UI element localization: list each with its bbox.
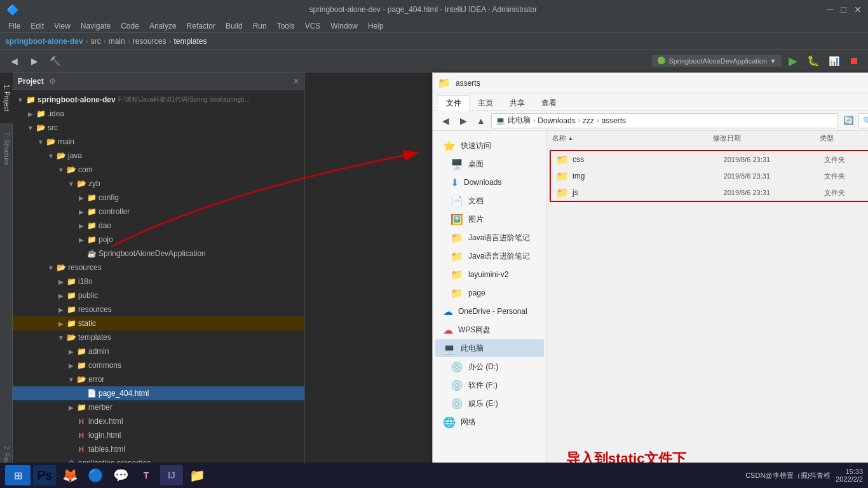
address-path[interactable]: 💻 此电脑 › Downloads › zzz › asserts — [491, 113, 838, 128]
menu-analyze[interactable]: Analyze — [144, 19, 182, 33]
breadcrumb-src[interactable]: src — [91, 37, 101, 46]
nav-onedrive[interactable]: ☁ OneDrive - Personal — [435, 302, 544, 320]
file-row-css[interactable]: 📁 css 2019/8/6 23:31 文件夹 — [551, 151, 868, 168]
nav-downloads[interactable]: ⬇ Downloads — [435, 173, 544, 191]
tree-src[interactable]: ▼ 📂 src — [13, 121, 304, 135]
col-header-type[interactable]: 类型 — [820, 133, 868, 143]
stop-btn[interactable]: ⏹ — [845, 52, 863, 70]
tree-java[interactable]: ▼ 📂 java — [13, 149, 304, 163]
breadcrumb-templates[interactable]: templates — [173, 37, 207, 46]
addr-up-btn[interactable]: ▲ — [473, 113, 489, 128]
file-row-js[interactable]: 📁 js 2019/8/6 23:31 文件夹 — [551, 184, 868, 201]
toolbar-build-btn[interactable]: 🔨 — [46, 52, 64, 70]
addr-forward-btn[interactable]: ▶ — [456, 113, 471, 128]
menu-view[interactable]: View — [49, 19, 76, 33]
nav-drive-e[interactable]: 💿 娱乐 (E:) — [435, 395, 544, 412]
menu-vcs[interactable]: VCS — [300, 19, 326, 33]
sidebar-tab-structure[interactable]: 7: Structure — [0, 123, 13, 174]
nav-network[interactable]: 🌐 网络 — [435, 413, 544, 431]
coverage-btn[interactable]: 📊 — [825, 52, 843, 70]
tree-i18n[interactable]: ▶ 📁 i18n — [13, 274, 304, 288]
breadcrumb-project[interactable]: springboot-alone-dev — [5, 37, 83, 46]
tree-index-html[interactable]: ▶ H index.html — [13, 414, 304, 428]
nav-this-pc[interactable]: 💻 此电脑 — [435, 339, 544, 357]
sidebar-tab-project[interactable]: 1: Project — [0, 72, 13, 123]
nav-desktop[interactable]: 🖥️ 桌面 — [435, 155, 544, 173]
tree-zyb[interactable]: ▼ 📂 zyb — [13, 177, 304, 191]
nav-wps[interactable]: ☁ WPS网盘 — [435, 321, 544, 339]
menu-navigate[interactable]: Navigate — [76, 19, 116, 33]
nav-page[interactable]: 📁 page — [435, 284, 544, 302]
menu-help[interactable]: Help — [363, 19, 389, 33]
nav-java-notes1[interactable]: 📁 Java语言进阶笔记 — [435, 229, 544, 247]
tree-public[interactable]: ▶ 📁 public — [13, 288, 304, 302]
tree-com[interactable]: ▼ 📂 com — [13, 163, 304, 177]
close-button[interactable]: ✕ — [854, 4, 862, 15]
tree-idea[interactable]: ▶ 📁 .idea — [13, 107, 304, 121]
file-row-img[interactable]: 📁 img 2019/8/6 23:31 文件夹 — [551, 168, 868, 184]
taskbar-app-wechat[interactable]: 💬 — [109, 465, 132, 485]
menu-code[interactable]: Code — [116, 19, 144, 33]
nav-documents[interactable]: 📄 文档 — [435, 192, 544, 210]
col-header-name[interactable]: 名称 ▲ — [552, 133, 713, 143]
nav-drive-f[interactable]: 💿 软件 (F:) — [435, 376, 544, 394]
toolbar-back-btn[interactable]: ◀ — [5, 52, 23, 70]
breadcrumb-resources[interactable]: resources — [133, 37, 166, 46]
start-button[interactable]: ⊞ — [5, 465, 31, 485]
tree-commons[interactable]: ▶ 📁 commons — [13, 358, 304, 372]
menu-tools[interactable]: Tools — [272, 19, 300, 33]
menu-build[interactable]: Build — [220, 19, 248, 33]
tree-config[interactable]: ▶ 📁 config — [13, 191, 304, 205]
taskbar-app-firefox[interactable]: 🦊 — [58, 465, 81, 485]
tree-controller[interactable]: ▶ 📁 controller — [13, 205, 304, 219]
run-config-selector[interactable]: 🟢 SpringbootAloneDevApplication ▼ — [652, 55, 782, 67]
menu-edit[interactable]: Edit — [25, 19, 49, 33]
nav-pictures[interactable]: 🖼️ 图片 — [435, 210, 544, 228]
tree-tables-html[interactable]: ▶ H tables.html — [13, 442, 304, 456]
taskbar-app-chrome[interactable]: 🔵 — [84, 465, 107, 485]
search-box[interactable]: 🔍 — [858, 113, 868, 128]
tree-app-class[interactable]: ▶ ☕ SpringbootAloneDevApplication — [13, 247, 304, 261]
menu-file[interactable]: File — [3, 19, 25, 33]
nav-java-notes2[interactable]: 📁 Java语言进阶笔记 — [435, 247, 544, 265]
minimize-button[interactable]: ─ — [827, 4, 834, 15]
tree-merber[interactable]: ▶ 📁 merber — [13, 400, 304, 414]
tree-templates[interactable]: ▼ 📂 templates — [13, 330, 304, 344]
menu-refactor[interactable]: Refactor — [182, 19, 220, 33]
panel-settings-icon[interactable]: ⚙ — [49, 77, 56, 86]
tree-page404[interactable]: ▶ 📄 page_404.html — [13, 386, 304, 400]
taskbar-app-ps[interactable]: Ps — [33, 465, 56, 485]
nav-quick-access[interactable]: ⭐ 快速访问 — [435, 137, 544, 154]
tree-pojo[interactable]: ▶ 📁 pojo — [13, 233, 304, 247]
tree-admin[interactable]: ▶ 📁 admin — [13, 344, 304, 358]
taskbar-app-explorer[interactable]: 📁 — [186, 465, 208, 485]
toolbar-forward-btn[interactable]: ▶ — [25, 52, 43, 70]
taskbar-app-idea[interactable]: IJ — [160, 465, 183, 485]
addr-refresh-btn[interactable]: 🔄 — [841, 113, 856, 128]
ribbon-tab-home[interactable]: 主页 — [470, 95, 501, 111]
ribbon-tab-view[interactable]: 查看 — [533, 95, 565, 111]
menu-run[interactable]: Run — [248, 19, 272, 33]
ribbon-tab-file[interactable]: 文件 — [438, 95, 470, 111]
breadcrumb-main[interactable]: main — [109, 37, 125, 46]
tree-resources[interactable]: ▼ 📂 resources — [13, 261, 304, 274]
tree-main[interactable]: ▼ 📂 main — [13, 135, 304, 149]
addr-back-btn[interactable]: ◀ — [438, 113, 453, 128]
tree-root[interactable]: ▼ 📁 springboot-alone-dev F:\课程\Java框架\01… — [13, 93, 304, 107]
taskbar-app-typora[interactable]: T — [135, 465, 158, 485]
nav-drive-d[interactable]: 💿 办公 (D:) — [435, 358, 544, 376]
tree-dao[interactable]: ▶ 📁 dao — [13, 219, 304, 233]
maximize-button[interactable]: □ — [841, 4, 846, 15]
nav-layuimini[interactable]: 📁 layuimini-v2 — [435, 266, 544, 283]
tree-error[interactable]: ▼ 📂 error — [13, 372, 304, 386]
debug-btn[interactable]: 🐛 — [804, 52, 822, 70]
tree-static[interactable]: ▶ 📁 static — [13, 316, 304, 330]
menu-window[interactable]: Window — [325, 19, 363, 33]
tree-login-html[interactable]: ▶ H login.html — [13, 428, 304, 442]
tree-resources-sub[interactable]: ▶ 📁 resources — [13, 302, 304, 316]
panel-close-icon[interactable]: ✕ — [293, 77, 299, 86]
run-btn[interactable]: ▶ — [784, 52, 802, 70]
main-folder-icon: 📂 — [46, 137, 56, 147]
col-header-date[interactable]: 修改日期 — [713, 133, 820, 143]
ribbon-tab-share[interactable]: 共享 — [501, 95, 533, 111]
